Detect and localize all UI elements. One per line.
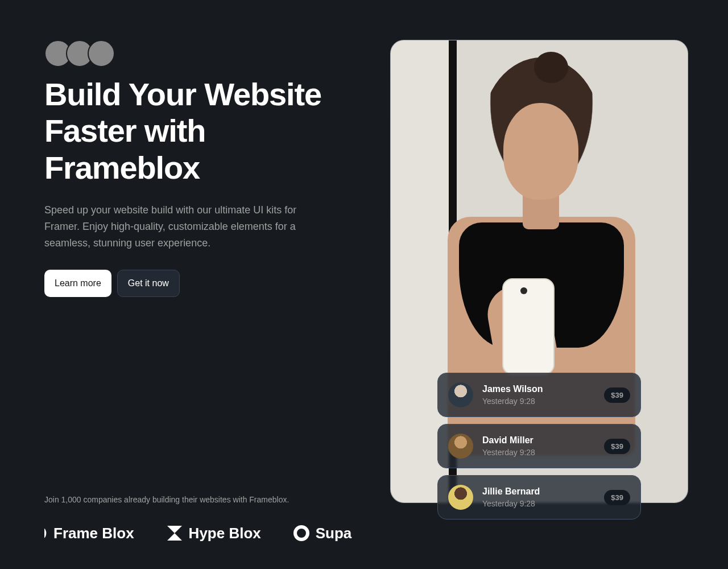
card-time: Yesterday 9:28 bbox=[482, 448, 595, 457]
brand-logo-supa: Supa bbox=[293, 525, 352, 542]
learn-more-button[interactable]: Learn more bbox=[44, 270, 111, 297]
transaction-card-stack: James Wilson Yesterday 9:28 $39 David Mi… bbox=[437, 373, 641, 519]
testimonial-avatars bbox=[44, 40, 367, 67]
cta-row: Learn more Get it now bbox=[44, 270, 367, 297]
card-price-badge: $39 bbox=[604, 387, 630, 403]
card-name: Jillie Bernard bbox=[482, 486, 595, 497]
transaction-card[interactable]: James Wilson Yesterday 9:28 $39 bbox=[437, 373, 641, 417]
brand-label: Supa bbox=[316, 525, 352, 542]
card-price-badge: $39 bbox=[604, 439, 630, 454]
card-time: Yesterday 9:28 bbox=[482, 397, 595, 406]
avatar bbox=[448, 434, 473, 459]
hourglass-icon bbox=[166, 525, 183, 542]
circle-icon bbox=[293, 525, 310, 542]
avatar bbox=[448, 382, 473, 407]
hero-image: James Wilson Yesterday 9:28 $39 David Mi… bbox=[390, 40, 688, 503]
brand-label: Hype Blox bbox=[189, 525, 261, 542]
brand-logo-frameblox: Frame Blox bbox=[44, 525, 134, 542]
avatar bbox=[448, 485, 473, 510]
card-time: Yesterday 9:28 bbox=[482, 499, 595, 508]
half-circle-icon bbox=[44, 525, 48, 542]
hero-headline: Build Your Website Faster with Frameblox bbox=[44, 76, 340, 186]
hero-subtext: Speed up your website build with our ult… bbox=[44, 202, 334, 251]
card-name: David Miller bbox=[482, 435, 595, 446]
transaction-card[interactable]: Jillie Bernard Yesterday 9:28 $39 bbox=[437, 475, 641, 519]
avatar bbox=[88, 40, 115, 67]
get-it-now-button[interactable]: Get it now bbox=[117, 270, 180, 297]
social-proof-caption: Join 1,000 companies already building th… bbox=[44, 472, 367, 504]
hero-left-column: Build Your Website Faster with Frameblox… bbox=[44, 40, 367, 546]
card-name: James Wilson bbox=[482, 384, 595, 394]
transaction-card[interactable]: David Miller Yesterday 9:28 $39 bbox=[437, 424, 641, 468]
brand-logo-row: Frame Blox Hype Blox Supa bbox=[44, 520, 367, 546]
brand-logo-hypeblox: Hype Blox bbox=[166, 525, 261, 542]
brand-label: Frame Blox bbox=[53, 525, 134, 542]
card-price-badge: $39 bbox=[604, 490, 630, 505]
svg-point-0 bbox=[295, 527, 308, 539]
